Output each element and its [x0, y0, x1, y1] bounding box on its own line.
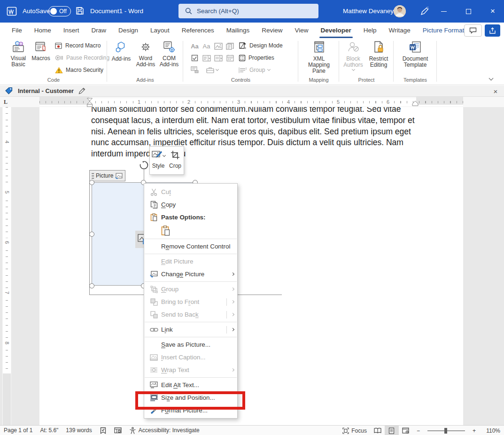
title-bar: AutoSave Off Document1 - Word Matthew De…	[0, 0, 504, 23]
menu-item-edit-alt-text[interactable]: Edit Alt Text...	[144, 379, 237, 391]
tab-review[interactable]: Review	[256, 23, 288, 38]
document-template-button[interactable]: Document Template	[401, 41, 429, 68]
menu-item-insert-caption[interactable]: Insert Caption...	[144, 351, 237, 364]
paste-keep-source-icon[interactable]	[161, 225, 170, 236]
web-layout-button[interactable]	[399, 426, 413, 435]
menu-item-cut[interactable]: Cut	[144, 186, 237, 198]
menu-item-save-as-picture[interactable]: Save as Picture...	[144, 338, 237, 351]
word-count[interactable]: 139 words	[62, 426, 95, 435]
rotate-handle-icon[interactable]	[139, 160, 149, 170]
tab-draw[interactable]: Draw	[85, 23, 113, 38]
combo-box-control-icon[interactable]	[202, 55, 211, 62]
read-mode-button[interactable]	[371, 426, 385, 435]
comments-button[interactable]	[464, 24, 482, 37]
zoom-slider[interactable]	[427, 430, 465, 431]
tab-view[interactable]: View	[288, 23, 314, 38]
pause-recording-button[interactable]: Pause Recording	[55, 53, 109, 62]
menu-item-edit-picture[interactable]: Edit Picture	[144, 255, 237, 268]
search-box[interactable]	[178, 4, 318, 18]
ruler-number: 4	[286, 98, 291, 106]
rich-text-control-icon[interactable]: Aa	[191, 43, 199, 50]
menu-item-wrap-text[interactable]: Wrap Text	[144, 364, 237, 376]
crop-button[interactable]: Crop	[167, 147, 184, 174]
macro-recording-icon[interactable]	[110, 426, 125, 435]
plain-text-control-icon[interactable]: Aa	[203, 43, 210, 50]
macros-button[interactable]: Macros	[28, 41, 54, 62]
tab-mailings[interactable]: Mailings	[220, 23, 256, 38]
menu-item-change-picture[interactable]: Change Picture	[144, 268, 237, 280]
menu-item-group[interactable]: Group	[144, 283, 237, 295]
close-pane-icon[interactable]: ×	[491, 85, 500, 97]
zoom-level[interactable]: 110%	[480, 426, 504, 435]
tab-layout[interactable]: Layout	[144, 23, 176, 38]
picture-content-control-tag[interactable]: Picture	[89, 170, 125, 181]
right-indent-marker[interactable]	[412, 101, 419, 106]
tab-design[interactable]: Design	[112, 23, 144, 38]
zoom-out-button[interactable]: −	[413, 426, 424, 435]
tab-help[interactable]: Help	[357, 23, 383, 38]
autosave-toggle[interactable]: Off	[48, 6, 71, 16]
tab-references[interactable]: References	[176, 23, 220, 38]
paragraph-text[interactable]: Nullam sollicitudin tortor sed condiment…	[91, 107, 420, 160]
print-layout-button[interactable]	[385, 426, 399, 435]
picture-control-icon[interactable]	[214, 43, 223, 50]
indent-markers[interactable]	[86, 98, 93, 107]
zoom-slider-thumb[interactable]	[444, 428, 447, 434]
tab-developer[interactable]: Developer	[315, 23, 357, 38]
checkbox-control-icon[interactable]	[191, 54, 198, 62]
tab-insert[interactable]: Insert	[57, 23, 85, 38]
tab-selector[interactable]: L	[4, 99, 8, 106]
menu-item-copy[interactable]: Copy	[144, 198, 237, 211]
legacy-tools-button[interactable]	[206, 67, 218, 73]
avatar[interactable]	[394, 5, 406, 17]
resize-handle-top-left[interactable]	[89, 180, 94, 185]
menu-item-send-to-back[interactable]: Send to Back	[144, 308, 237, 321]
repeating-section-control-icon[interactable]	[191, 66, 199, 73]
group-controls-button[interactable]: Group	[239, 65, 270, 75]
pen-mode-icon[interactable]	[420, 7, 429, 16]
page-indicator[interactable]: Page 1 of 1	[0, 426, 36, 435]
maximize-button[interactable]	[457, 0, 479, 23]
tab-home[interactable]: Home	[28, 23, 57, 38]
zoom-in-button[interactable]: +	[469, 426, 480, 435]
ruler-number: 4	[4, 138, 10, 147]
close-button[interactable]: ×	[482, 0, 504, 23]
resize-handle-bottom-left[interactable]	[89, 283, 94, 288]
style-button[interactable]: Style	[150, 147, 167, 174]
date-picker-control-icon[interactable]	[226, 54, 234, 62]
com-add-ins-button[interactable]: COM Add-ins	[158, 41, 180, 68]
menu-item-remove-content-control[interactable]: Remove Content Control	[144, 240, 237, 253]
resize-handle-mid-left[interactable]	[89, 232, 94, 237]
restrict-editing-button[interactable]: Restrict Editing	[366, 41, 391, 68]
menu-item-bring-to-front[interactable]: Bring to Front	[144, 295, 237, 308]
edit-pencil-icon[interactable]	[78, 87, 85, 94]
menu-item-link[interactable]: Link	[144, 323, 237, 336]
accessibility-status[interactable]: Accessibility: Investigate	[125, 426, 203, 435]
record-macro-button[interactable]: Record Macro	[55, 41, 101, 50]
tab-picture-format[interactable]: Picture Format	[417, 23, 471, 38]
block-authors-button[interactable]: Block Authors	[341, 41, 365, 70]
document-page[interactable]: Nullam sollicitudin tortor sed condiment…	[39, 107, 463, 425]
word-add-ins-button[interactable]: Word Add-ins	[134, 41, 157, 68]
horizontal-ruler[interactable]: L 1 2 3 4 5 6	[0, 97, 504, 107]
tab-writage[interactable]: Writage	[383, 23, 417, 38]
menu-separator	[145, 239, 237, 239]
vertical-ruler[interactable]: 4 5 6 7 8	[2, 107, 11, 425]
tab-file[interactable]: File	[6, 23, 28, 38]
building-block-control-icon[interactable]	[226, 43, 234, 50]
search-input[interactable]	[197, 8, 305, 15]
xml-mapping-pane-button[interactable]: XML Mapping Pane	[302, 41, 336, 74]
macro-security-button[interactable]: Macro Security	[55, 65, 103, 75]
focus-mode-button[interactable]: Focus	[339, 426, 371, 435]
share-button[interactable]	[485, 24, 500, 37]
add-ins-button[interactable]: Add-ins	[110, 41, 132, 62]
collapse-ribbon-icon[interactable]	[489, 75, 493, 81]
dropdown-list-control-icon[interactable]	[214, 55, 223, 62]
properties-button[interactable]: Properties	[239, 53, 274, 62]
design-mode-button[interactable]: Design Mode	[239, 41, 283, 50]
visual-basic-button[interactable]: Visual Basic	[6, 41, 31, 68]
proofing-status-icon[interactable]	[96, 426, 110, 435]
word-app-icon[interactable]	[7, 6, 17, 16]
minimize-button[interactable]	[433, 0, 455, 23]
save-icon[interactable]	[75, 6, 85, 16]
